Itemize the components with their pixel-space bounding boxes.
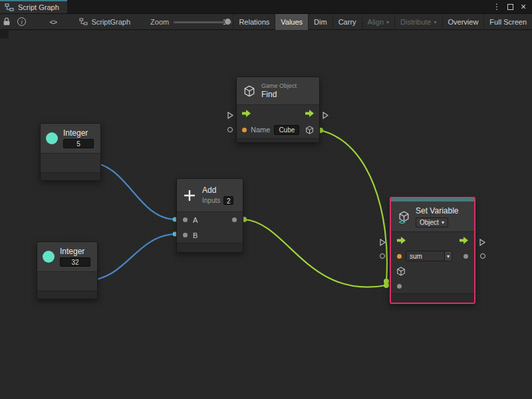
maximize-icon [507, 4, 513, 10]
flow-out-port[interactable] [323, 110, 329, 122]
cube-icon [243, 85, 255, 97]
name-input-port[interactable] [242, 128, 247, 132]
maximize-button[interactable] [505, 1, 515, 12]
variable-angle-icon: <> [399, 219, 405, 225]
distribute-button[interactable]: Distribute▾ [394, 14, 442, 30]
code-icon: <> [49, 18, 57, 26]
node-title: Set Variable [416, 206, 458, 215]
node-integer-32[interactable]: Integer 32 [37, 241, 98, 299]
addB-input-dot[interactable] [183, 233, 188, 237]
overview-label: Overview [448, 18, 479, 26]
values-button[interactable]: Values [275, 14, 308, 30]
flow-in-port[interactable] [380, 237, 386, 249]
window-titlebar: Script Graph ⋮ × [0, 0, 532, 14]
inputs-label: Inputs [202, 197, 220, 204]
breadcrumb[interactable]: ScriptGraph [79, 18, 130, 26]
value-input-dot[interactable] [397, 284, 402, 289]
node-add[interactable]: Add Inputs 2 A B [176, 178, 243, 253]
addB-label: B [193, 231, 198, 239]
target-input-port[interactable] [227, 127, 233, 132]
integer-value-field[interactable]: 5 [63, 139, 94, 148]
distribute-label: Distribute [400, 18, 431, 26]
flow-in-arrow-icon[interactable] [397, 237, 406, 244]
close-button[interactable]: × [518, 1, 529, 12]
add-header-text: Add Inputs 2 [202, 186, 233, 205]
inputs-count-field[interactable]: 2 [223, 196, 233, 205]
object-input-cube-icon[interactable] [396, 267, 406, 276]
variable-name-port[interactable] [397, 254, 402, 259]
relations-label: Relations [239, 18, 269, 26]
info-icon: i [17, 17, 26, 26]
flow-in-arrow-icon[interactable] [242, 110, 251, 117]
integer-value-field[interactable]: 32 [60, 257, 90, 267]
code-view-button[interactable]: <> [48, 14, 58, 30]
addA-label: A [193, 216, 198, 224]
name-input-field[interactable]: Cube [274, 125, 299, 135]
graph-icon [79, 18, 88, 25]
align-button[interactable]: Align▾ [362, 14, 394, 30]
tab-title: Script Graph [18, 3, 59, 11]
scope-value: Object [420, 219, 439, 226]
window-controls: ⋮ × [491, 0, 532, 13]
fullscreen-button[interactable]: Full Screen [483, 14, 532, 30]
carry-label: Carry [338, 18, 356, 26]
fullscreen-label: Full Screen [489, 18, 527, 26]
window-menu-button[interactable]: ⋮ [491, 1, 502, 12]
variable-name-value: sum [410, 253, 422, 260]
lock-button[interactable] [1, 14, 11, 30]
overview-button[interactable]: Overview [442, 14, 484, 30]
variable-name-dropdown[interactable]: sum ▾ [406, 251, 452, 261]
zoom-slider-handle[interactable] [224, 18, 231, 25]
node-game-object-find[interactable]: Game Object Find Name Cube [236, 76, 320, 143]
carry-button[interactable]: Carry [332, 14, 362, 30]
node-integer-5[interactable]: Integer 5 [40, 123, 101, 181]
plus-icon [182, 188, 197, 203]
integer-icon [43, 251, 55, 263]
align-label: Align [368, 18, 384, 26]
dim-label: Dim [314, 18, 327, 26]
node-title: Integer [60, 247, 90, 256]
gameobject-output-cube-icon[interactable] [305, 126, 314, 134]
name-port-label: Name [251, 126, 270, 134]
flow-in-port[interactable] [227, 110, 233, 122]
node-title: Integer [63, 128, 94, 138]
chevron-down-icon: ▾ [434, 20, 437, 25]
dim-button[interactable]: Dim [308, 14, 332, 30]
zoom-label: Zoom [150, 18, 169, 26]
script-graph-icon [5, 3, 14, 11]
chevron-down-icon: ▾ [447, 254, 450, 259]
tab-script-graph[interactable]: Script Graph [0, 0, 67, 13]
node-title: Find [261, 90, 297, 99]
flow-out-port[interactable] [479, 237, 485, 249]
name-ext-port[interactable] [380, 253, 385, 259]
variable-output-dot[interactable] [464, 254, 468, 259]
lock-icon [3, 17, 11, 26]
relations-button[interactable]: Relations [233, 14, 275, 30]
integer-header-text: Integer 32 [60, 247, 90, 267]
panel-corner-toggle[interactable] [0, 30, 9, 39]
set-variable-icon: <> [397, 210, 410, 223]
integer-header-text: Integer 5 [63, 128, 94, 148]
chevron-down-icon: ▾ [442, 220, 444, 225]
output-ext-port[interactable] [480, 253, 485, 259]
node-category: Game Object [261, 82, 297, 89]
flow-out-arrow-icon[interactable] [460, 237, 468, 244]
add-sum-output-dot[interactable] [232, 217, 237, 222]
find-header-text: Game Object Find [261, 82, 297, 99]
graph-toolbar: i <> ScriptGraph Zoom 1x Relations Value… [0, 14, 532, 30]
node-set-variable[interactable]: <> Set Variable Object ▾ [390, 197, 475, 304]
chevron-down-icon: ▾ [386, 20, 389, 25]
zoom-slider-track[interactable] [174, 21, 232, 23]
zoom-slider[interactable] [174, 14, 218, 30]
variable-scope-dropdown[interactable]: Object ▾ [416, 217, 448, 227]
addA-input-dot[interactable] [183, 217, 188, 222]
node-title: Add [202, 186, 233, 195]
info-button[interactable]: i [17, 14, 27, 30]
unity-visual-scripting-window: Script Graph ⋮ × i <> Scrip [0, 0, 532, 399]
flow-out-arrow-icon[interactable] [305, 110, 314, 117]
set-variable-header-text: Set Variable Object ▾ [416, 206, 458, 227]
integer-icon [46, 132, 58, 144]
values-label: Values [281, 18, 303, 26]
toolbar-button-group: Relations Values Dim Carry Align▾ Distri… [233, 14, 532, 30]
breadcrumb-label: ScriptGraph [91, 18, 130, 26]
